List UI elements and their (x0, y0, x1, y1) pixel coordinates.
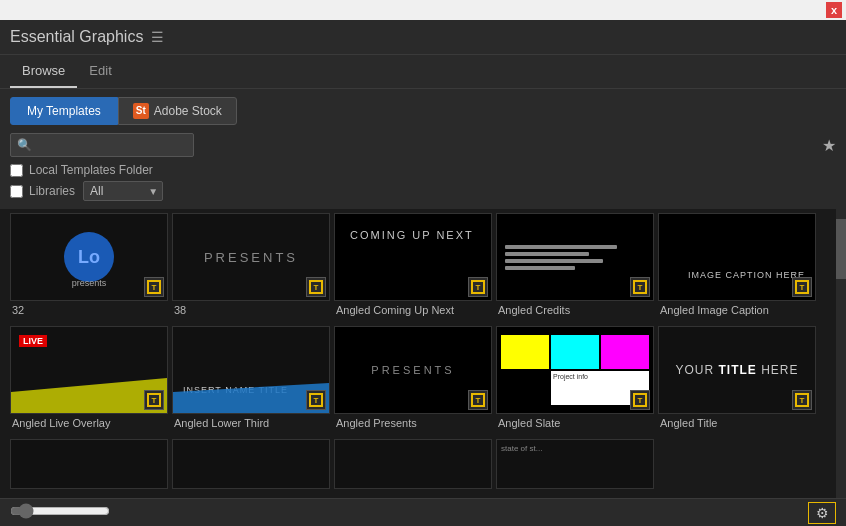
list-item[interactable]: IMAGE CAPTION HERE T Angled Image Captio… (658, 213, 818, 324)
thumbnail-image: PRESENTS T (172, 213, 330, 301)
bottom-bar: ⚙ (0, 498, 846, 526)
controls-area: My Templates St Adobe Stock 🔍 ★ Local Te… (0, 89, 846, 209)
manage-button[interactable]: ⚙ (808, 502, 836, 524)
adobe-stock-button[interactable]: St Adobe Stock (118, 97, 237, 125)
thumbnail-image (172, 439, 330, 489)
search-row: 🔍 ★ (10, 133, 836, 157)
thumbnail-image: COMING UP NEXT T (334, 213, 492, 301)
thumbnail-image: IMAGE CAPTION HERE T (658, 213, 816, 301)
template-toggle: My Templates St Adobe Stock (10, 97, 836, 125)
thumbnail-image (10, 439, 168, 489)
zoom-area (10, 503, 110, 523)
tab-edit[interactable]: Edit (77, 55, 123, 88)
thumbnail-image: state of st... (496, 439, 654, 489)
thumbnail-label: Angled Coming Up Next (334, 301, 494, 319)
local-templates-row: Local Templates Folder (10, 163, 836, 177)
thumbnail-image: INSERT NAME TITLE T (172, 326, 330, 414)
list-item[interactable]: PRESENTS T 38 (172, 213, 332, 324)
thumbnail-image: YOUR TITLE HERE T (658, 326, 816, 414)
libraries-row: Libraries All ▼ (10, 181, 836, 201)
list-item[interactable]: T Angled Credits (496, 213, 656, 324)
st-icon: St (133, 103, 149, 119)
grid-area: Lo presents T 32 PRESENTS T (0, 209, 846, 498)
bottom-right-buttons: ⚙ (808, 502, 836, 524)
thumbnail-image: Lo presents T (10, 213, 168, 301)
thumbnail-label: Angled Presents (334, 414, 494, 432)
adobe-stock-label: Adobe Stock (154, 104, 222, 118)
search-icon: 🔍 (17, 138, 32, 152)
libraries-checkbox[interactable] (10, 185, 23, 198)
favorites-star-icon[interactable]: ★ (822, 136, 836, 155)
search-input[interactable] (10, 133, 194, 157)
panel-header: Essential Graphics ☰ (0, 20, 846, 55)
list-item[interactable]: YOUR TITLE HERE T Angled Title (658, 326, 818, 437)
thumbnail-label: Angled Live Overlay (10, 414, 170, 432)
list-item[interactable] (172, 439, 332, 494)
list-item[interactable]: state of st... (496, 439, 656, 494)
scrollbar-thumb[interactable] (836, 219, 846, 279)
thumbnail-image: LIVE T (10, 326, 168, 414)
close-button[interactable]: x (826, 2, 842, 18)
thumbnail-image: PRESENTS T (334, 326, 492, 414)
list-item[interactable]: PRESENTS T Angled Presents (334, 326, 494, 437)
tab-browse[interactable]: Browse (10, 55, 77, 88)
thumbnail-label: Angled Lower Third (172, 414, 332, 432)
list-item[interactable]: Project info T Angled Slate (496, 326, 656, 437)
list-item[interactable]: INSERT NAME TITLE T Angled Lower Third (172, 326, 332, 437)
thumbnail-image: Project info T (496, 326, 654, 414)
gear-icon: ⚙ (816, 505, 829, 521)
panel-title: Essential Graphics (10, 28, 143, 46)
thumbnail-label: 38 (172, 301, 332, 319)
thumbnail-label: 32 (10, 301, 170, 319)
thumbnail-image (334, 439, 492, 489)
thumbnail-grid: Lo presents T 32 PRESENTS T (0, 209, 836, 498)
list-item[interactable] (334, 439, 494, 494)
menu-icon[interactable]: ☰ (151, 29, 164, 45)
top-bar: x (0, 0, 846, 20)
tab-bar: Browse Edit (0, 55, 846, 89)
local-templates-label: Local Templates Folder (29, 163, 153, 177)
thumbnail-label: Angled Title (658, 414, 818, 432)
list-item[interactable]: COMING UP NEXT T Angled Coming Up Next (334, 213, 494, 324)
thumbnail-label: Angled Credits (496, 301, 656, 319)
thumbnail-image: T (496, 213, 654, 301)
scrollbar[interactable] (836, 209, 846, 498)
list-item[interactable]: Lo presents T 32 (10, 213, 170, 324)
list-item[interactable] (10, 439, 170, 494)
zoom-slider[interactable] (10, 503, 110, 519)
my-templates-button[interactable]: My Templates (10, 97, 118, 125)
search-wrapper: 🔍 (10, 133, 814, 157)
libraries-dropdown[interactable]: All (83, 181, 163, 201)
local-templates-checkbox[interactable] (10, 164, 23, 177)
thumbnail-label: Angled Image Caption (658, 301, 818, 319)
libraries-label: Libraries (29, 184, 75, 198)
libraries-select-wrapper: All ▼ (83, 181, 163, 201)
thumbnail-label: Angled Slate (496, 414, 656, 432)
list-item[interactable]: LIVE T Angled Live Overlay (10, 326, 170, 437)
